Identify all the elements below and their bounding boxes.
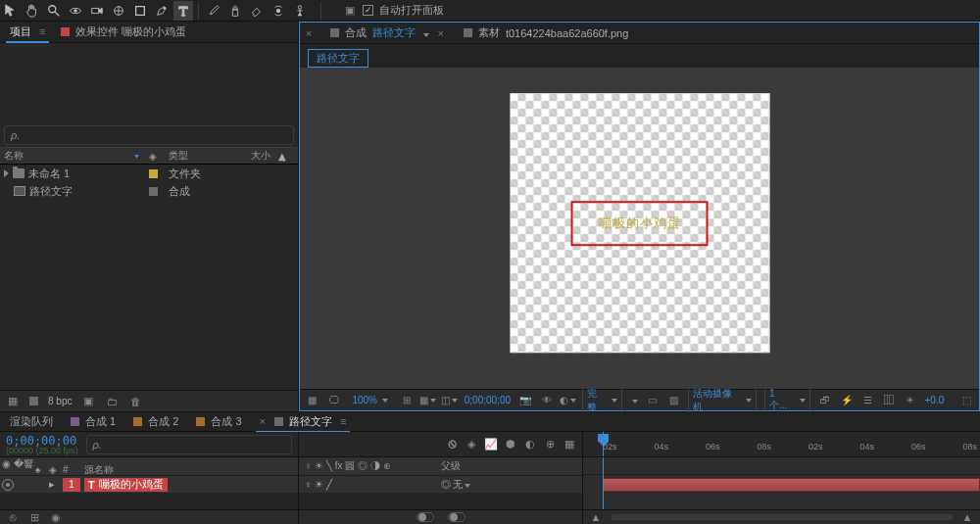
- timeline-tracks[interactable]: [583, 457, 980, 509]
- project-row-comp[interactable]: 路径文字 合成: [0, 182, 298, 200]
- viewer-panel: × 合成 路径文字 × 素材 t0164224baa62a660f.png 路径…: [299, 22, 980, 411]
- pen-tool-icon[interactable]: [152, 1, 172, 21]
- timecode-format: (00000 (25.00 fps): [6, 446, 78, 455]
- panel-icon: ▣: [343, 4, 357, 18]
- layer-controls-icon[interactable]: ⊞: [400, 394, 414, 407]
- pan-behind-tool-icon[interactable]: [109, 1, 128, 21]
- exposure-value[interactable]: +0.0: [925, 395, 945, 405]
- svg-point-6: [164, 7, 166, 9]
- orbit-tool-icon[interactable]: [66, 1, 85, 21]
- grid-icon[interactable]: ▦: [421, 394, 435, 407]
- svg-point-0: [49, 5, 56, 12]
- ruler-ticks: 02s04s06s 08s02s04s 06s08s04s 06s18s: [603, 442, 980, 452]
- tab-render-queue[interactable]: 渲染队列: [6, 412, 57, 431]
- shy-icon[interactable]: ⎋: [6, 510, 20, 524]
- viewer-subtab[interactable]: 路径文字: [308, 48, 979, 68]
- fast-preview-icon[interactable]: ⚡: [840, 394, 854, 407]
- camera-dropdown[interactable]: 活动摄像机: [688, 386, 757, 415]
- new-folder-icon[interactable]: 🗀: [105, 395, 119, 408]
- channel-icon[interactable]: ◐: [561, 394, 574, 407]
- toggle-alpha-icon[interactable]: ▦: [306, 394, 319, 407]
- p2-icon[interactable]: ⊕: [543, 438, 557, 452]
- composition-canvas[interactable]: 嘣极的小鸡蛋: [510, 93, 769, 353]
- close-icon[interactable]: ≡: [39, 25, 45, 37]
- clone-tool-icon[interactable]: [225, 1, 245, 21]
- p1-icon[interactable]: ◐: [523, 438, 537, 452]
- puppet-tool-icon[interactable]: [290, 1, 310, 21]
- folder-icon: [13, 168, 24, 178]
- monitor-icon[interactable]: 🖵: [327, 394, 341, 407]
- pixel-aspect-icon[interactable]: 🗗: [818, 394, 832, 407]
- timeline-panel: 渲染队列 合成 1 合成 2 合成 3 × 路径文字≡ 0;00;00;00 (…: [0, 411, 980, 524]
- type-tool-icon[interactable]: [173, 1, 193, 21]
- timeline-search-input[interactable]: ρ.: [86, 435, 292, 454]
- rect-tool-icon[interactable]: [130, 1, 150, 21]
- collapse-icon[interactable]: ◈: [465, 438, 478, 452]
- layer-name[interactable]: T嘣极的小鸡蛋: [84, 478, 168, 492]
- close-icon[interactable]: ×: [437, 27, 443, 39]
- shy-toggle-icon[interactable]: 🛇: [445, 438, 459, 452]
- draft3d-icon[interactable]: ⬢: [504, 438, 517, 452]
- views-dropdown[interactable]: 1 个...: [764, 387, 810, 413]
- visibility-icon[interactable]: [2, 479, 14, 491]
- tab-effect-controls[interactable]: 效果控件 嘣极的小鸡蛋: [57, 23, 190, 41]
- layer-index: 1: [63, 478, 80, 492]
- trash-icon[interactable]: 🗑: [128, 395, 142, 408]
- graph-icon[interactable]: 📈: [484, 438, 498, 452]
- show-snapshot-icon[interactable]: 👁: [540, 394, 554, 407]
- camera-tool-icon[interactable]: [87, 1, 107, 21]
- motion-blur-icon[interactable]: ◉: [49, 510, 63, 524]
- tab-comp-active[interactable]: × 路径文字≡: [256, 412, 351, 433]
- zoom-dropdown[interactable]: 100%: [348, 395, 392, 405]
- viewer-footer: ▦ 🖵 100% ⊞ ▦ ◫ 0;00;00;00 📷 👁 ◐ 完整 ▭ ▨ 活…: [300, 389, 979, 410]
- project-row-folder[interactable]: 未命名 1 文件夹: [0, 165, 298, 182]
- current-time[interactable]: 0;00;00;00: [465, 395, 511, 405]
- tab-comp-1[interactable]: 合成 1: [67, 412, 120, 431]
- zoom-tool-icon[interactable]: [44, 1, 64, 21]
- transparency-icon[interactable]: ▨: [667, 394, 681, 407]
- timeline-layer-row[interactable]: ▸ 1 T嘣极的小鸡蛋: [0, 475, 298, 493]
- flowchart-icon[interactable]: ⿲: [882, 394, 896, 407]
- reset-exposure-icon[interactable]: ☀: [904, 394, 917, 407]
- svg-point-8: [298, 5, 302, 9]
- selection-tool-icon[interactable]: [1, 1, 21, 21]
- frame-blend-icon[interactable]: ⊞: [27, 510, 41, 524]
- timeline-icon[interactable]: ☰: [860, 394, 874, 407]
- project-search-input[interactable]: ρ.: [4, 125, 294, 145]
- zoom-in-icon[interactable]: ▲: [960, 510, 974, 524]
- brush-tool-icon[interactable]: [204, 1, 223, 21]
- switches-toggle[interactable]: [416, 512, 434, 522]
- autopanel-checkbox[interactable]: [363, 5, 373, 16]
- tab-comp-2[interactable]: 合成 2: [129, 412, 182, 431]
- bpc-button[interactable]: 8 bpc: [48, 396, 72, 406]
- layer-duration-bar[interactable]: [603, 478, 980, 492]
- comp-icon: [14, 186, 25, 196]
- resolution-dropdown[interactable]: 完整: [582, 386, 621, 415]
- p3-icon[interactable]: ▦: [563, 438, 576, 452]
- interpret-icon[interactable]: ▦: [6, 395, 20, 408]
- zoom-out-icon[interactable]: ▲: [589, 510, 603, 524]
- zoom-slider[interactable]: [611, 514, 953, 520]
- top-toolbar: ▣ 自动打开面板: [0, 0, 980, 22]
- viewer-tab-footage[interactable]: 素材 t0164224baa62a660f.png: [460, 24, 632, 42]
- svg-rect-3: [92, 8, 99, 13]
- snapshot-icon[interactable]: 📷: [518, 394, 532, 407]
- roto-tool-icon[interactable]: [269, 1, 288, 21]
- modes-toggle[interactable]: [448, 512, 466, 522]
- tab-project[interactable]: 项目≡: [6, 23, 49, 43]
- lock-icon[interactable]: ⬚: [959, 394, 973, 407]
- hand-tool-icon[interactable]: [23, 1, 42, 21]
- viewer-tab-comp[interactable]: 合成 路径文字 ×: [326, 24, 447, 42]
- tab-comp-3[interactable]: 合成 3: [192, 412, 245, 431]
- new-comp-icon[interactable]: ▣: [81, 395, 95, 408]
- project-columns-header: 名称 ▼ ◈ 类型 大小 ▲̣: [0, 147, 298, 165]
- project-panel: 项目≡ 效果控件 嘣极的小鸡蛋 ρ. 名称 ▼ ◈ 类型 大小 ▲̣ 未命名 1…: [0, 22, 299, 411]
- project-footer: ▦ 8 bpc ▣ 🗀 🗑: [0, 390, 298, 411]
- parent-dropdown[interactable]: ◎ 无: [441, 478, 577, 492]
- canvas-text-layer[interactable]: 嘣极的小鸡蛋: [571, 201, 709, 246]
- region-icon[interactable]: ▭: [646, 394, 660, 407]
- eraser-tool-icon[interactable]: [247, 1, 267, 21]
- mask-icon[interactable]: ◫: [443, 394, 457, 407]
- svg-point-7: [276, 9, 280, 13]
- time-ruler[interactable]: 02s04s06s 08s02s04s 06s08s04s 06s18s: [583, 432, 980, 457]
